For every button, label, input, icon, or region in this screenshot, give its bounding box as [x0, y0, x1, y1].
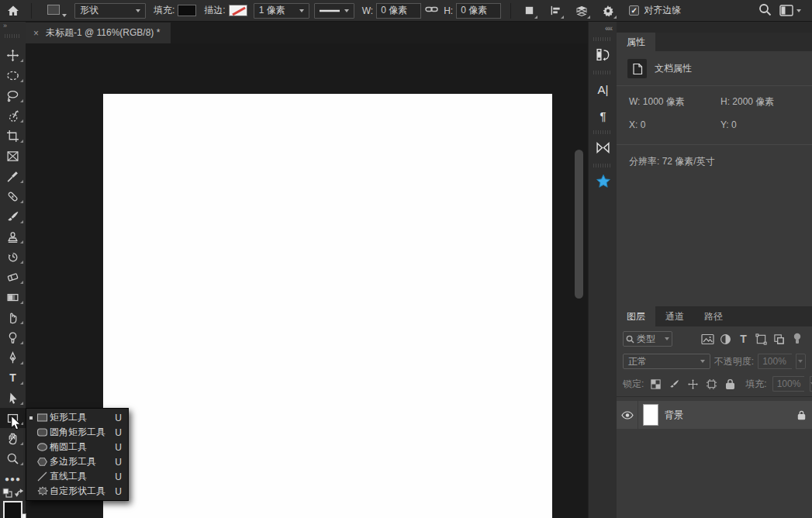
tool-mode-select[interactable]: 形状 — [74, 3, 146, 19]
tool-clone-stamp-tool[interactable] — [0, 226, 26, 247]
tab-paths[interactable]: 路径 — [694, 306, 733, 326]
flyout-item-line-shape[interactable]: 直线工具U — [26, 469, 128, 484]
eyedropper-tool-icon — [6, 170, 19, 183]
lasso-tool-icon — [6, 89, 19, 102]
smart-object-filter-icon[interactable] — [770, 331, 788, 347]
glyphs-panel-icon — [596, 142, 610, 157]
tool-preset-picker[interactable] — [47, 5, 67, 17]
foreground-background-colors[interactable] — [0, 499, 26, 518]
dock-grip[interactable] — [593, 37, 612, 41]
layer-filter-kind-select[interactable]: 类型 — [623, 331, 672, 347]
tool-eyedropper-tool[interactable] — [0, 166, 26, 186]
shape-width-input[interactable]: 0 像素 — [376, 3, 421, 19]
tab-channels[interactable]: 通道 — [655, 306, 694, 326]
path-operations-button[interactable] — [519, 2, 539, 20]
lock-position-icon[interactable] — [686, 378, 700, 391]
adjustment-filter-icon[interactable] — [717, 331, 734, 347]
shape-filter-icon[interactable] — [752, 331, 770, 347]
opacity-dropdown[interactable] — [796, 354, 806, 369]
tool-more-options[interactable]: ●●● — [0, 468, 26, 489]
lock-paint-icon[interactable] — [668, 378, 681, 391]
selected-bullet-icon — [26, 416, 35, 420]
lock-transparent-icon[interactable] — [649, 378, 662, 391]
tool-marquee-tool[interactable] — [0, 65, 26, 85]
tool-pen-tool[interactable] — [0, 347, 26, 368]
fill-color-swatch[interactable] — [178, 5, 196, 16]
dock-grip[interactable] — [593, 130, 612, 134]
flyout-item-rect-shape[interactable]: 矩形工具U — [26, 410, 128, 425]
document-tab-bar: × 未标题-1 @ 116%(RGB/8) * — [26, 22, 588, 43]
picture-filter-icon[interactable] — [699, 331, 717, 347]
stroke-label: 描边: — [204, 4, 225, 17]
tool-quick-select-tool[interactable] — [0, 105, 26, 126]
tool-frame-tool[interactable] — [0, 146, 26, 166]
search-icon[interactable] — [758, 3, 772, 19]
flyout-item-rounded-rect-shape[interactable]: 圆角矩形工具U — [26, 425, 128, 440]
foreground-color-swatch[interactable] — [3, 501, 22, 518]
tool-gradient-tool[interactable] — [0, 287, 26, 307]
close-tab-icon[interactable]: × — [33, 28, 39, 39]
link-dimensions-icon[interactable] — [425, 5, 438, 16]
layer-visibility-toggle[interactable] — [617, 401, 638, 429]
stroke-style-select[interactable] — [314, 3, 354, 19]
type-filter-icon[interactable]: T — [734, 331, 752, 347]
tool-eraser-tool[interactable] — [0, 267, 26, 287]
document-tab[interactable]: × 未标题-1 @ 116%(RGB/8) * — [26, 22, 171, 43]
flyout-item-ellipse-shape[interactable]: 椭圆工具U — [26, 440, 128, 454]
opacity-input[interactable]: 100% — [758, 354, 792, 369]
path-arrangement-button[interactable] — [572, 2, 592, 20]
tool-move-tool[interactable] — [0, 45, 26, 65]
photoshop-window: 形状 填充: 描边: 1 像素 W: 0 像素 H: 0 像素 — [0, 0, 812, 518]
workspace-switcher[interactable] — [779, 5, 801, 16]
tab-properties[interactable]: 属性 — [617, 33, 655, 51]
tool-mode-value: 形状 — [80, 4, 98, 17]
tab-layers[interactable]: 图层 — [617, 306, 655, 326]
document-canvas[interactable] — [103, 94, 552, 518]
tool-healing-brush-tool[interactable] — [0, 186, 26, 206]
search-icon — [626, 335, 634, 344]
layer-thumbnail[interactable] — [643, 404, 658, 426]
tool-brush-tool[interactable] — [0, 206, 26, 226]
tool-smudge-tool[interactable] — [0, 307, 26, 327]
path-alignment-button[interactable] — [545, 2, 565, 20]
dock-paragraph-panel-button[interactable]: ¶ — [589, 102, 617, 129]
stroke-color-swatch[interactable] — [229, 5, 247, 16]
flyout-item-custom-shape[interactable]: 自定形状工具U — [26, 484, 128, 499]
toolbar-collapse-button[interactable]: » — [0, 22, 26, 33]
dock-glyphs-panel-button[interactable] — [589, 136, 617, 162]
home-icon[interactable] — [0, 5, 26, 17]
filter-toggle-icon[interactable] — [788, 331, 806, 347]
flyout-item-label: 矩形工具 — [50, 411, 115, 424]
layer-name: 背景 — [665, 401, 797, 429]
dock-libraries-star-panel-button[interactable] — [589, 169, 617, 195]
tool-zoom-tool[interactable] — [0, 448, 26, 468]
line-shape-icon — [35, 471, 50, 482]
tool-crop-tool[interactable] — [0, 126, 26, 146]
lock-all-icon[interactable] — [724, 378, 737, 391]
right-panels: 属性 文档属性 W: 1000 像素 — [617, 22, 812, 518]
lock-artboard-icon[interactable] — [705, 378, 718, 391]
layer-row-background[interactable]: 背景 — [617, 401, 812, 429]
tool-path-select-tool[interactable] — [0, 388, 26, 408]
vertical-scrollbar-thumb[interactable] — [575, 150, 583, 299]
shape-height-input[interactable]: 0 像素 — [456, 3, 501, 19]
toolbar-grip[interactable] — [5, 34, 21, 38]
blend-mode-select[interactable]: 正常 — [623, 354, 710, 369]
shape-settings-button[interactable] — [598, 2, 618, 20]
separator — [31, 3, 32, 19]
dock-character-panel-button[interactable]: A| — [589, 76, 617, 102]
dock-history-panel-button[interactable] — [589, 43, 617, 69]
tool-lasso-tool[interactable] — [0, 85, 26, 105]
dock-grip[interactable] — [593, 164, 612, 167]
flyout-item-polygon-shape[interactable]: 多边形工具U — [26, 454, 128, 469]
stroke-width-select[interactable]: 1 像素 — [254, 3, 309, 19]
tool-type-tool[interactable]: T — [0, 368, 26, 388]
dock-grip[interactable] — [593, 71, 612, 74]
layer-fill-input[interactable]: 100% — [772, 376, 805, 392]
frame-tool-icon — [6, 150, 19, 163]
align-edges-checkbox[interactable]: ✓ — [629, 5, 639, 16]
eye-icon — [621, 411, 634, 420]
tool-history-brush-tool[interactable] — [0, 247, 26, 267]
tool-dodge-tool[interactable] — [0, 327, 26, 347]
dock-collapse-button[interactable]: «« — [589, 22, 617, 36]
